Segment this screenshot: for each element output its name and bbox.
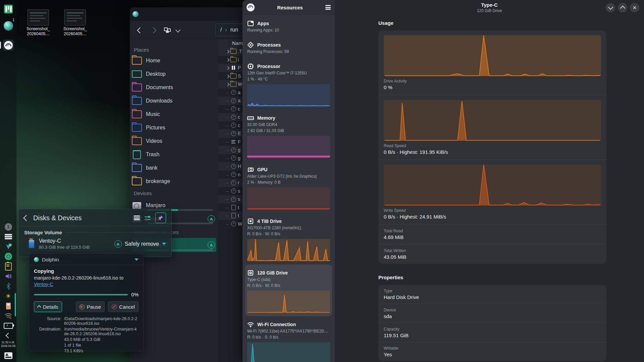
resources-item-processes[interactable]: ProcessesRunning Processes: 59: [243, 37, 335, 58]
copy-target-link[interactable]: Ventoy-C: [34, 282, 53, 287]
breadcrumb[interactable]: / › run: [215, 23, 244, 36]
file-row[interactable]: ↗g: [218, 146, 244, 154]
sidebar-item-brokerage[interactable]: brokerage: [132, 175, 216, 188]
file-row[interactable]: ↗W: [218, 220, 244, 228]
destination-label: Destination:: [34, 327, 61, 336]
tray-expander-icon[interactable]: [3, 330, 14, 341]
usage-header: Usage: [378, 20, 606, 26]
file-row[interactable]: F: [218, 138, 244, 146]
safely-remove-button[interactable]: Safely remove: [114, 240, 166, 248]
file-row[interactable]: ↗E: [218, 129, 244, 138]
desktop-icon[interactable]: Screenshot_20260405…: [58, 9, 92, 37]
restore-button[interactable]: [618, 3, 627, 12]
dolphin-app-icon: [132, 11, 139, 17]
sidebar-item-desktop[interactable]: Desktop: [132, 68, 216, 80]
file-row[interactable]: i: [218, 56, 244, 64]
resources-item-gpu[interactable]: GPUAlder Lake-UP3 GT2 [Iris Xe Graphics]…: [243, 161, 335, 213]
file-row[interactable]: ↗c: [218, 113, 244, 121]
file-count: 1 of 1 file: [64, 343, 139, 348]
minimize-button[interactable]: [606, 3, 615, 12]
resources-title: Resources: [255, 5, 325, 10]
pin-button[interactable]: [155, 213, 166, 223]
resources-item-120-gib-drive[interactable]: 120 GiB DriveType-C (sda)R: 0 B/s · W: 0…: [245, 264, 332, 316]
sidebar-item-pictures[interactable]: Pictures: [132, 121, 216, 134]
popup-menu-hamburger-icon[interactable]: [134, 216, 140, 220]
cancel-button[interactable]: Cancel: [108, 301, 139, 312]
tray-badge-icon[interactable]: 1: [3, 221, 14, 232]
usage-row: Total Read4.69 MiB: [378, 224, 606, 244]
taskbar-resources-icon[interactable]: [3, 40, 14, 51]
file-row[interactable]: P: [218, 64, 244, 72]
view-mode-icon[interactable]: [164, 27, 170, 33]
desktop-icon[interactable]: Screenshot_20260405…: [21, 9, 55, 37]
bluetooth-icon[interactable]: [3, 281, 14, 292]
file-row[interactable]: ↗c: [218, 121, 244, 130]
manjaro-launcher-icon[interactable]: [3, 3, 14, 14]
battery-icon[interactable]: [3, 320, 14, 331]
eject-icon[interactable]: [208, 241, 215, 249]
file-row[interactable]: ↗c: [218, 105, 244, 113]
firewall-icon[interactable]: [3, 231, 14, 242]
sidebar-item-documents[interactable]: Documents: [132, 81, 216, 94]
wifi-disconnected-icon[interactable]: ✕: [3, 310, 14, 321]
file-row[interactable]: ↗s: [218, 187, 244, 195]
resources-item-wi-fi-connection[interactable]: Wi-Fi ConnectionWi-Fi 7(802.11be) AX1775…: [243, 316, 335, 362]
volume-icon[interactable]: [3, 271, 14, 282]
eject-icon: [114, 240, 122, 248]
updates-shield-icon[interactable]: [3, 241, 14, 252]
sidebar-item-bank[interactable]: bank: [132, 162, 216, 174]
file-row[interactable]: W: [218, 80, 244, 88]
symlink-emblem-icon: ↗: [231, 172, 236, 177]
file-list-header[interactable]: Name: [218, 40, 244, 48]
safely-remove-dropdown-icon[interactable]: [162, 243, 166, 245]
pause-button[interactable]: Pause: [76, 301, 105, 312]
back-icon[interactable]: [137, 27, 143, 33]
toolbar-chevron-down-icon[interactable]: [175, 27, 181, 33]
configure-sliders-icon[interactable]: [145, 216, 151, 220]
dolphin-titlebar[interactable]: [130, 7, 244, 21]
resources-item-processor[interactable]: Processor12th Gen Intel® Core™ i7-1255U1…: [243, 58, 335, 110]
screenshot-tool-icon[interactable]: [3, 350, 14, 361]
name-column-header[interactable]: Name: [232, 40, 244, 46]
file-row[interactable]: ↗a: [218, 97, 244, 105]
close-button[interactable]: ×: [630, 3, 639, 12]
notification-collapse-icon[interactable]: [135, 258, 139, 261]
clipboard-icon[interactable]: [3, 261, 14, 272]
eject-icon[interactable]: [208, 215, 215, 223]
resources-item-memory[interactable]: Memory32.00 GiB DDR42.62 GiB / 31.03 GiB: [243, 110, 335, 161]
file-row[interactable]: ↗H: [218, 162, 244, 171]
property-row: WritableYes: [378, 342, 606, 361]
file-row[interactable]: ↗n: [218, 171, 244, 179]
file-row[interactable]: t: [218, 203, 244, 212]
file-row[interactable]: .T: [218, 47, 244, 56]
symlink-emblem-icon: ↗: [231, 123, 236, 128]
file-row[interactable]: S: [218, 72, 244, 80]
sidebar-item-downloads[interactable]: Downloads: [132, 95, 216, 107]
details-button[interactable]: Details: [34, 301, 62, 312]
file-row[interactable]: ↗s: [218, 195, 244, 203]
file-row[interactable]: r: [218, 179, 244, 187]
breadcrumb-segment[interactable]: run: [230, 27, 238, 33]
file-row[interactable]: t: [218, 212, 244, 220]
file-row[interactable]: ↗a: [218, 88, 244, 97]
sidebar-item-home[interactable]: Home: [132, 54, 216, 67]
clock[interactable]: 11:32 A.M. 2026-04-06: [0, 341, 16, 348]
detail-subtitle: 120 GiB Drive: [335, 8, 644, 13]
menu-hamburger-icon[interactable]: [325, 5, 331, 10]
resources-item-4-tib-drive[interactable]: 4 TiB DriveXG7000-4TB 2280 (nvme0n1)R: 0…: [243, 213, 335, 264]
forward-icon[interactable]: [150, 27, 156, 33]
text-file-icon: [231, 140, 235, 143]
sidebar-item-videos[interactable]: Videos: [132, 135, 216, 147]
sidebar-item-trash[interactable]: Trash: [132, 148, 216, 161]
resources-item-apps[interactable]: AppsRunning Apps: 10: [243, 15, 335, 37]
symlink-emblem-icon: ↗: [231, 156, 236, 161]
taskbar-dolphin-icon[interactable]: 1: [3, 20, 14, 31]
popup-back-icon[interactable]: [23, 215, 29, 221]
brightness-icon[interactable]: ☀: [3, 291, 14, 302]
usage-graph: [384, 100, 601, 141]
file-row[interactable]: ↗g: [218, 154, 244, 163]
removable-usb-icon[interactable]: [3, 300, 14, 311]
sidebar-item-music[interactable]: Music: [132, 108, 216, 121]
app-wheel-icon[interactable]: [3, 251, 14, 262]
breadcrumb-root[interactable]: /: [220, 27, 222, 33]
